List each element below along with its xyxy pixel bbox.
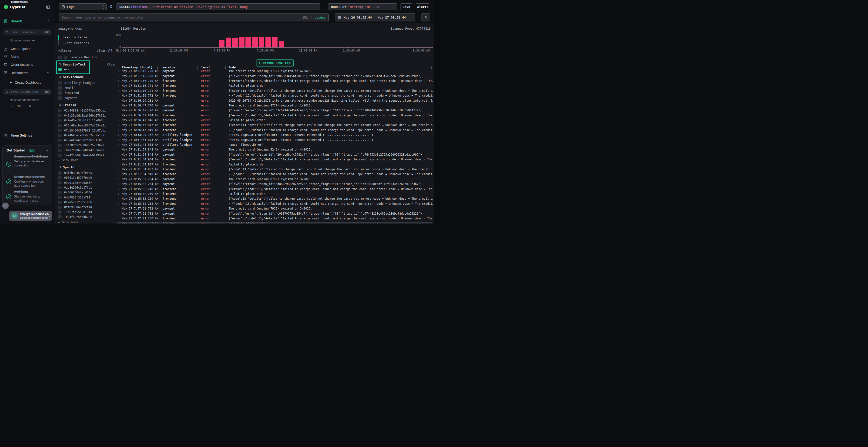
checkbox[interactable] [58,191,61,194]
row-expand-chevron[interactable]: › [118,207,120,210]
span-filter-option[interactable]: 0c0667304fafd206 [55,190,116,195]
table-row[interactable]: › May 27 8:33:29.132 AM artillery-loadge… [116,133,434,137]
table-row[interactable]: › May 27 8:51:16.720 AM payment error Th… [116,69,434,73]
trace-filter-option[interactable]: 18287038b73e882425c64b8… [55,148,116,153]
row-expand-chevron[interactable]: › [118,172,120,176]
tab-event-patterns[interactable]: Event Patterns [63,41,89,45]
checkbox[interactable] [58,96,62,100]
get-started-step[interactable]: Create Data Sources Configure where your… [14,175,51,188]
help-button[interactable]: ? [2,203,9,209]
row-expand-chevron[interactable]: › [118,79,120,82]
row-expand-chevron[interactable]: › [118,153,120,156]
checkbox[interactable] [58,210,61,214]
sidebar-item-dashboards[interactable]: Dashboards [0,70,55,76]
span-filter-option[interactable]: 11c67fe55c0d13fd [55,209,116,214]
table-row[interactable]: › May 27 8:51:16.770 AM frontend error {… [116,78,434,83]
create-dashboard-button[interactable]: + Create Dashboard [10,80,41,84]
row-expand-chevron[interactable]: › [118,104,120,107]
table-row[interactable]: › May 27 8:51:16.771 AM frontend error {… [116,89,434,93]
checkbox[interactable] [58,56,62,59]
row-expand-chevron[interactable]: › [118,133,120,137]
checkbox[interactable] [58,144,61,147]
trace-filter-option[interactable]: 0fbe680eb456750b2d1184c… [55,138,116,143]
histogram-bar[interactable] [252,37,258,47]
checkbox[interactable] [58,81,62,84]
row-expand-chevron[interactable]: › [118,118,120,122]
table-row[interactable]: › May 27 8:51:16.771 AM frontend error F… [116,83,434,88]
service-filter-option[interactable]: email [55,85,116,90]
sidebar-item-team-settings[interactable]: ⚙ Team Settings [0,133,55,138]
row-expand-chevron[interactable]: › [118,202,120,205]
table-row[interactable]: › May 27 8:51:16.720 AM payment error {"… [116,73,434,78]
checkbox[interactable] [58,139,61,142]
histogram-bar[interactable] [232,38,238,47]
table-row[interactable]: › May 27 8:15:02.248 AM frontend error {… [116,186,434,191]
checkbox[interactable] [58,196,61,199]
save-button[interactable]: Save [401,3,412,10]
sidebar-collapse-icon[interactable] [46,5,50,9]
checkbox[interactable] [58,119,61,122]
checkbox[interactable] [58,186,61,189]
search-icon[interactable] [58,166,61,169]
source-select[interactable]: Logs [59,3,106,10]
row-expand-chevron[interactable]: › [118,177,120,181]
service-filter-option[interactable]: artillery-loadgen [55,80,116,85]
trace-filter-option[interactable]: 042a30c3dc1baf660b27863… [55,113,116,118]
table-row[interactable]: › May 27 8:21:54.910 AM frontend error ×… [116,172,434,176]
table-row[interactable]: › May 27 7:47:21.702 AM payment error Th… [116,206,434,211]
trace-filter-option[interactable]: 049ed0ac3fdb1f3f15a0b0b… [55,118,116,123]
table-row[interactable]: › May 27 8:15:02.234 AM payment error {"… [116,182,434,186]
span-filter-option[interactable]: 1d94f08c5acdb28e [55,215,116,219]
row-expand-chevron[interactable]: › [118,123,120,127]
row-expand-chevron[interactable]: › [118,94,120,97]
row-expand-chevron[interactable]: › [118,74,120,78]
table-row[interactable]: › May 27 8:21:54.904 AM frontend error {… [116,157,434,162]
service-filter-option[interactable]: payment [55,95,116,100]
table-row[interactable]: › May 27 8:15:02.250 AM frontend error {… [116,196,434,201]
row-expand-chevron[interactable]: › [118,168,120,171]
denoise-results-checkbox[interactable]: Denoise Results [58,56,97,59]
time-range-picker[interactable]: May 26 08:52:44 - May 27 08:52:44 [335,13,415,22]
sidebar-item-alerts[interactable]: Alerts [0,54,55,59]
alerts-button[interactable]: Alerts [416,3,430,10]
row-expand-chevron[interactable]: › [118,148,120,151]
span-filter-option[interactable]: 09041fb457779da0 [55,175,116,180]
span-filter-option[interactable]: 03f7b824595feec5 [55,171,116,175]
checkbox[interactable] [58,206,61,209]
row-expand-chevron[interactable]: › [118,138,120,142]
checkbox[interactable] [58,86,62,90]
service-filter-option[interactable]: frontend [55,90,116,95]
span-filter-option[interactable]: 0ff8990066efcf1d [55,205,116,209]
row-expand-chevron[interactable]: › [118,69,120,73]
table-row[interactable]: › May 27 8:21:54.844 AM payment error {"… [116,152,434,157]
lucene-search-input[interactable] [62,16,301,19]
event-search-bar[interactable]: SQL | Lucene [59,13,329,22]
order-by-input[interactable]: ORDER BY TimestampTime DESC [328,3,397,10]
row-expand-chevron[interactable]: › [118,182,120,186]
presets-toggle[interactable]: PRESETS [11,104,31,108]
checkbox[interactable] [58,114,61,117]
row-expand-chevron[interactable]: › [118,84,120,88]
row-expand-chevron[interactable]: › [118,158,120,161]
row-expand-chevron[interactable]: › [118,187,120,191]
row-expand-chevron[interactable]: › [118,89,120,93]
checkbox[interactable] [58,149,61,152]
checkbox[interactable] [58,153,61,157]
table-row[interactable]: › May 27 8:21:54.907 AM frontend error {… [116,167,434,172]
get-started-step[interactable]: Add Data Start sending logs, metrics, or… [14,190,51,203]
sidebar-item-chart-explorer[interactable]: Chart Explorer [0,46,55,51]
row-expand-chevron[interactable]: › [118,192,120,196]
trace-filter-option[interactable]: 056cd9acbaac8637a4354a2… [55,123,116,128]
sql-mode-toggle[interactable]: SQL [303,16,309,19]
span-filter-option[interactable]: 0fae5381230518cb [55,200,116,205]
search-icon[interactable] [58,75,61,78]
table-row[interactable]: › May 27 8:36:47.770 AM payment error {"… [116,108,434,113]
row-expand-chevron[interactable]: › [118,99,120,102]
histogram-bar[interactable] [279,41,284,47]
chevron-up-icon[interactable] [46,150,49,152]
histogram-bar[interactable] [266,37,271,47]
table-row[interactable]: › May 27 8:21:54.844 AM payment error Th… [116,147,434,152]
span-filter-option[interactable]: 0de781ff325a781f [55,195,116,200]
checkbox-checked[interactable] [58,68,62,71]
trace-filter-option[interactable]: 12ec8dd52b60b9525733b7e… [55,143,116,148]
